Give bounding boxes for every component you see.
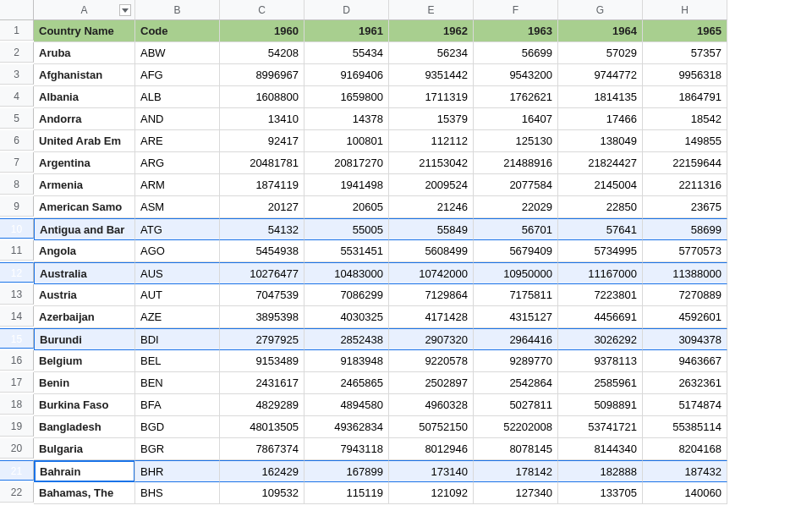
cell-value[interactable]: 50752150 bbox=[389, 416, 474, 438]
row-header-13[interactable]: 13 bbox=[0, 284, 34, 305]
cell-value[interactable]: 13410 bbox=[220, 108, 304, 130]
column-header-G[interactable]: G bbox=[558, 0, 643, 20]
cell-country-code[interactable]: ASM bbox=[135, 196, 220, 218]
row-header-1[interactable]: 1 bbox=[0, 20, 34, 41]
cell-value[interactable]: 109532 bbox=[220, 482, 304, 504]
cell-country-code[interactable]: AGO bbox=[135, 240, 220, 262]
cell-value[interactable]: 9543200 bbox=[474, 64, 558, 86]
cell-value[interactable]: 57029 bbox=[558, 42, 643, 64]
cell-value[interactable]: 1864791 bbox=[643, 86, 727, 108]
cell-value[interactable]: 2502897 bbox=[389, 372, 474, 394]
cell-value[interactable]: 8078145 bbox=[474, 438, 558, 460]
cell-value[interactable]: 11167000 bbox=[558, 262, 643, 284]
cell-value[interactable]: 7047539 bbox=[220, 284, 304, 306]
cell-value[interactable]: 57357 bbox=[643, 42, 727, 64]
cell-value[interactable]: 4829289 bbox=[220, 394, 304, 416]
cell-country-code[interactable]: AUS bbox=[135, 262, 220, 284]
cell-country-name[interactable]: Angola bbox=[34, 240, 135, 262]
cell-value[interactable]: 1659800 bbox=[304, 86, 389, 108]
column-filter-dropdown-icon[interactable] bbox=[119, 4, 131, 16]
row-header-11[interactable]: 11 bbox=[0, 240, 34, 261]
cell-country-code[interactable]: BEL bbox=[135, 350, 220, 372]
cell-country-code[interactable]: ATG bbox=[135, 218, 220, 240]
cell-value[interactable]: 5608499 bbox=[389, 240, 474, 262]
cell-value[interactable]: 15379 bbox=[389, 108, 474, 130]
cell-country-code[interactable]: AFG bbox=[135, 64, 220, 86]
cell-value[interactable]: 9378113 bbox=[558, 350, 643, 372]
row-header-3[interactable]: 3 bbox=[0, 64, 34, 85]
row-header-16[interactable]: 16 bbox=[0, 350, 34, 371]
cell-value[interactable]: 8996967 bbox=[220, 64, 304, 86]
cell-value[interactable]: 2585961 bbox=[558, 372, 643, 394]
cell-value[interactable]: 5770573 bbox=[643, 240, 727, 262]
spreadsheet-grid[interactable]: ABCDEFGH1Country NameCode196019611962196… bbox=[0, 0, 812, 504]
cell-value[interactable]: 48013505 bbox=[220, 416, 304, 438]
cell-value[interactable]: 9463667 bbox=[643, 350, 727, 372]
cell-value[interactable]: 5098891 bbox=[558, 394, 643, 416]
column-header-A[interactable]: A bbox=[34, 0, 135, 20]
row-header-19[interactable]: 19 bbox=[0, 416, 34, 437]
cell-country-name[interactable]: Benin bbox=[34, 372, 135, 394]
cell-country-name[interactable]: Armenia bbox=[34, 174, 135, 196]
cell-value[interactable]: 2632361 bbox=[643, 372, 727, 394]
cell-value[interactable]: 20127 bbox=[220, 196, 304, 218]
cell-country-name[interactable]: Andorra bbox=[34, 108, 135, 130]
cell-country-name[interactable]: Burkina Faso bbox=[34, 394, 135, 416]
cell-value[interactable]: 9220578 bbox=[389, 350, 474, 372]
cell-value[interactable]: 22159644 bbox=[643, 152, 727, 174]
cell-value[interactable]: 10276477 bbox=[220, 262, 304, 284]
cell-country-code[interactable]: AND bbox=[135, 108, 220, 130]
cell-value[interactable]: 1814135 bbox=[558, 86, 643, 108]
column-header-E[interactable]: E bbox=[389, 0, 474, 20]
cell-country-name[interactable]: Azerbaijan bbox=[34, 306, 135, 328]
cell-value[interactable]: 55434 bbox=[304, 42, 389, 64]
cell-value[interactable]: 2009524 bbox=[389, 174, 474, 196]
cell-value[interactable]: 3895398 bbox=[220, 306, 304, 328]
cell-country-name[interactable]: Albania bbox=[34, 86, 135, 108]
cell-value[interactable]: 20817270 bbox=[304, 152, 389, 174]
cell-value[interactable]: 149855 bbox=[643, 130, 727, 152]
cell-value[interactable]: 92417 bbox=[220, 130, 304, 152]
cell-value[interactable]: 178142 bbox=[474, 460, 558, 482]
cell-value[interactable]: 21153042 bbox=[389, 152, 474, 174]
row-header-10[interactable]: 10 bbox=[0, 218, 34, 239]
cell-value[interactable]: 167899 bbox=[304, 460, 389, 482]
cell-value[interactable]: 7223801 bbox=[558, 284, 643, 306]
cell-value[interactable]: 10483000 bbox=[304, 262, 389, 284]
cell-value[interactable]: 3094378 bbox=[643, 328, 727, 350]
cell-value[interactable]: 11388000 bbox=[643, 262, 727, 284]
cell-country-name[interactable]: American Samo bbox=[34, 196, 135, 218]
cell-value[interactable]: 14378 bbox=[304, 108, 389, 130]
cell-country-name[interactable]: Bahrain bbox=[34, 460, 135, 482]
cell-value[interactable]: 2852438 bbox=[304, 328, 389, 350]
select-all-corner[interactable] bbox=[0, 0, 34, 20]
cell-country-code[interactable]: ABW bbox=[135, 42, 220, 64]
cell-value[interactable]: 2211316 bbox=[643, 174, 727, 196]
cell-value[interactable]: 21488916 bbox=[474, 152, 558, 174]
cell-value[interactable]: 125130 bbox=[474, 130, 558, 152]
cell-value[interactable]: 23675 bbox=[643, 196, 727, 218]
cell-value[interactable]: 9351442 bbox=[389, 64, 474, 86]
cell-value[interactable]: 21824427 bbox=[558, 152, 643, 174]
cell-value[interactable]: 2431617 bbox=[220, 372, 304, 394]
cell-value[interactable]: 162429 bbox=[220, 460, 304, 482]
cell-value[interactable]: 7943118 bbox=[304, 438, 389, 460]
cell-value[interactable]: 182888 bbox=[558, 460, 643, 482]
cell-country-name[interactable]: Burundi bbox=[34, 328, 135, 350]
cell-value[interactable]: 8012946 bbox=[389, 438, 474, 460]
cell-country-code[interactable]: BEN bbox=[135, 372, 220, 394]
cell-country-code[interactable]: BHS bbox=[135, 482, 220, 504]
cell-value[interactable]: 56234 bbox=[389, 42, 474, 64]
cell-value[interactable]: 20605 bbox=[304, 196, 389, 218]
cell-value[interactable]: 9153489 bbox=[220, 350, 304, 372]
cell-value[interactable]: 56699 bbox=[474, 42, 558, 64]
cell-value[interactable]: 55005 bbox=[304, 218, 389, 240]
cell-value[interactable]: 9956318 bbox=[643, 64, 727, 86]
cell-value[interactable]: 58699 bbox=[643, 218, 727, 240]
cell-country-name[interactable]: Australia bbox=[34, 262, 135, 284]
row-header-14[interactable]: 14 bbox=[0, 306, 34, 327]
cell-value[interactable]: 2797925 bbox=[220, 328, 304, 350]
cell-value[interactable]: 17466 bbox=[558, 108, 643, 130]
column-header-D[interactable]: D bbox=[304, 0, 389, 20]
cell-country-name[interactable]: Bulgaria bbox=[34, 438, 135, 460]
